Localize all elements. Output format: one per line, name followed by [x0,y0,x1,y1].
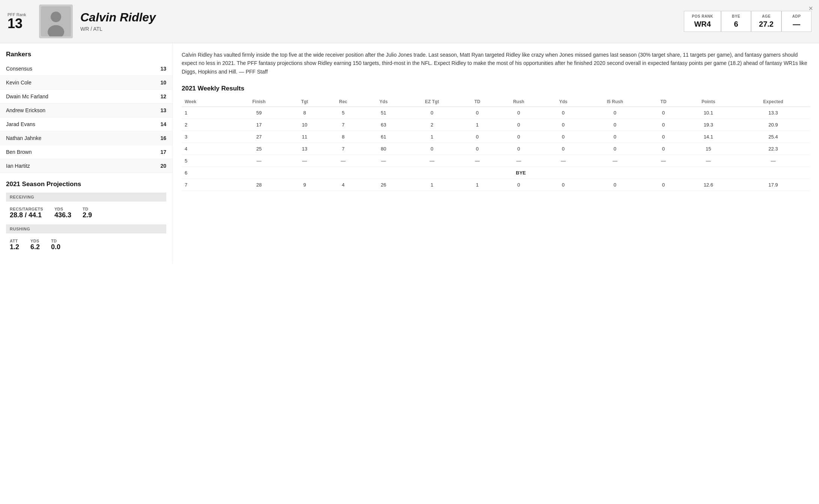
rushing-td-stat: TD 0.0 [51,239,60,251]
results-cell: — [583,155,646,167]
results-cell: 0 [494,119,543,131]
att-label: ATT [10,239,19,243]
results-cell: 5 [323,107,364,119]
results-cell: 17 [232,119,286,131]
results-cell: — [543,155,584,167]
svg-point-1 [51,12,61,22]
player-name-block: Calvin Ridley WR / ATL [80,11,684,32]
ranker-rank: 13 [129,104,172,117]
results-cell: 59 [232,107,286,119]
week-cell: 6 [182,167,232,179]
ranker-row: Consensus13 [0,62,172,76]
ranker-row: Kevin Cole10 [0,76,172,90]
results-cell: 0 [543,179,584,191]
results-cell: 20.9 [736,119,810,131]
results-cell: 0 [494,131,543,143]
ranker-name: Consensus [0,62,129,76]
results-cell: 0 [543,119,584,131]
results-cell: 17.9 [736,179,810,191]
results-cell: 27 [232,131,286,143]
rankers-table: Consensus13Kevin Cole10Dwain Mc Farland1… [0,62,172,173]
results-cell: 19.3 [680,119,736,131]
results-col-header: Finish [232,97,286,107]
player-avatar [39,5,73,38]
results-cell: 63 [363,119,404,131]
ranker-name: Andrew Erickson [0,104,129,117]
projections-section: 2021 Season Projections RECEIVING RECS/T… [0,173,172,256]
results-cell: — [323,155,364,167]
results-cell: 22.3 [736,143,810,155]
results-cell: 0 [646,143,680,155]
results-cell: 0 [543,107,584,119]
results-cell: 10 [286,119,323,131]
bye-cell: BYE [232,167,810,179]
results-cell: 0 [494,143,543,155]
results-cell: 2 [182,119,232,131]
ranker-rank: 14 [129,117,172,131]
ranker-rank: 10 [129,76,172,90]
pos-rank-box: POS RANK WR4 [684,11,721,32]
ranker-name: Ben Brown [0,145,129,159]
results-cell: 7 [323,143,364,155]
adp-value: — [789,20,804,29]
recs-targets-label: RECS/TARGETS [10,207,43,211]
results-col-header: Yds [543,97,584,107]
results-cell: 0 [646,179,680,191]
bye-value: 6 [729,20,743,29]
results-row: 2171076321000019.320.9 [182,119,810,131]
results-cell: 0 [646,131,680,143]
results-cell: 0 [646,119,680,131]
results-cell: 61 [363,131,404,143]
results-cell: 51 [363,107,404,119]
age-label: AGE [759,14,774,18]
results-cell: 0 [583,143,646,155]
results-cell: 4 [323,179,364,191]
results-col-header: Rush [494,97,543,107]
results-col-header: EZ Tgt [404,97,461,107]
rushing-td-value: 0.0 [51,243,60,251]
receiving-header: RECEIVING [6,193,166,202]
results-row: 159855100000010.113.3 [182,107,810,119]
results-cell: — [680,155,736,167]
results-row: 425137800000001522.3 [182,143,810,155]
results-col-header: Rec [323,97,364,107]
results-cell: 0 [494,107,543,119]
rushing-yds-label: YDS [30,239,40,243]
results-cell: 1 [182,107,232,119]
results-cell: 0 [646,107,680,119]
ranker-rank: 20 [129,159,172,173]
ranker-name: Kevin Cole [0,76,129,90]
results-cell: 0 [583,107,646,119]
close-button[interactable]: × [808,5,813,12]
weekly-results-table: WeekFinishTgtRecYdsEZ TgtTDRushYdsI5 Rus… [182,97,810,191]
projections-title: 2021 Season Projections [6,181,166,188]
ranker-row: Andrew Erickson13 [0,104,172,117]
results-cell: 8 [286,107,323,119]
results-cell: — [363,155,404,167]
results-cell: 10.1 [680,107,736,119]
ranker-rank: 13 [129,62,172,76]
ranker-rank: 16 [129,131,172,145]
ranker-row: Ian Hartitz20 [0,159,172,173]
right-panel: Calvin Ridley has vaulted firmly inside … [173,43,819,264]
bye-label: BYE [729,14,743,18]
results-cell: 0 [543,131,584,143]
ranker-row: Dwain Mc Farland12 [0,90,172,104]
results-col-header: Tgt [286,97,323,107]
receiving-yds-stat: YDS 436.3 [54,207,71,219]
age-value: 27.2 [759,20,774,29]
results-col-header: Expected [736,97,810,107]
results-cell: 0 [494,179,543,191]
results-cell: 1 [460,119,494,131]
results-cell: 4 [182,143,232,155]
results-cell: 25 [232,143,286,155]
adp-label: ADP [789,14,804,18]
ranker-name: Jarad Evans [0,117,129,131]
results-cell: 25.4 [736,131,810,143]
age-box: AGE 27.2 [751,11,781,32]
player-header: PFF Rank 13 Calvin Ridley WR / ATL POS R… [0,0,819,43]
results-cell: 0 [404,107,461,119]
results-cell: 13.3 [736,107,810,119]
results-cell: 12.6 [680,179,736,191]
results-cell: 0 [543,143,584,155]
